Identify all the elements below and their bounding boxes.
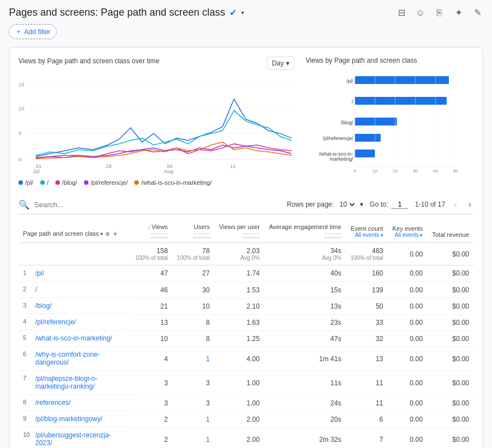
search-input[interactable]: [34, 200, 287, 209]
share-icon[interactable]: ⎘: [434, 7, 445, 18]
add-column-icon[interactable]: +: [113, 229, 118, 238]
svg-rect-20: [355, 76, 449, 84]
cell-vpu-7: 1.00: [214, 395, 264, 411]
add-filter-label: Add filter: [24, 28, 50, 36]
cell-num-path-8: 9 /pl/blog-marketingowy/: [18, 411, 130, 427]
line-chart-svg: 15 10 5 0 21 Jul 28 04 Aug 11: [18, 74, 294, 175]
cell-key-events-8: 0.00: [388, 411, 428, 427]
cell-key-events-2: 0.00: [388, 298, 428, 314]
magic-icon[interactable]: ✦: [453, 7, 464, 18]
table-body: 1 /pl/ 47 27 1.74 40s 160 0.00 $0.00 2 /…: [18, 265, 474, 449]
cell-users-6: 3: [172, 371, 214, 395]
col-path-label: Page path and screen class: [23, 230, 99, 237]
cell-path-8[interactable]: /pl/blog-marketingowy/: [35, 415, 102, 423]
col-header-avg-eng: Average engagement time ⋯⋯⋯: [264, 219, 346, 243]
event-count-dropdown[interactable]: ▾: [381, 232, 383, 238]
data-table: Page path and screen class ▾ ⊕ + ↓ Views…: [18, 219, 474, 448]
svg-text:/blog/: /blog/: [341, 120, 354, 125]
cell-path-4[interactable]: /what-is-sco-in-marketing/: [35, 334, 112, 342]
prev-page-button[interactable]: ‹: [452, 198, 459, 211]
edit-icon[interactable]: ✎: [472, 7, 483, 18]
cell-key-events-0: 0.00: [388, 265, 428, 282]
col-header-revenue: Total revenue: [427, 219, 474, 243]
cell-path-3[interactable]: /pl/referencje/: [35, 318, 76, 326]
cell-users-0: 27: [172, 265, 214, 282]
cell-event-count-6: 11: [346, 371, 388, 395]
cell-revenue-5: $0.00: [427, 347, 474, 371]
col-key-events-label: Key events: [392, 225, 423, 232]
cell-vpu-1: 1.53: [214, 282, 264, 298]
totals-event-count: 483 100% of total: [346, 243, 388, 265]
table-row: 2 / 46 30 1.53 15s 139 0.00 $0.00: [18, 282, 474, 298]
col-views-label: Views: [152, 223, 168, 230]
emoji-icon[interactable]: ☺: [415, 7, 426, 18]
col-vpu-subtext: ⋯⋯⋯: [243, 231, 260, 238]
event-count-filter[interactable]: All events: [355, 232, 379, 238]
filter-icon-path[interactable]: ⊕: [105, 231, 110, 237]
sort-icon-views[interactable]: ↓: [148, 224, 151, 230]
cell-path-0[interactable]: /pl/: [35, 269, 44, 277]
cell-path-6[interactable]: /pl/najlepsze-blogi-o-marketingu-ranking…: [35, 375, 126, 390]
svg-text:/: /: [352, 99, 353, 105]
row-num-1: 2: [23, 286, 31, 292]
next-page-button[interactable]: ›: [466, 198, 474, 211]
svg-text:10: 10: [18, 106, 24, 111]
compare-icon[interactable]: ⊟: [396, 7, 407, 18]
table-row: 3 /blog/ 21 10 2.10 13s 50 0.00 $0.00: [18, 298, 474, 314]
legend-label-referencje: /pl/referencje/: [91, 179, 128, 186]
cell-users-7: 3: [172, 395, 214, 411]
cell-path-5[interactable]: /why-is-comfort-zone-dangerous/: [35, 351, 126, 366]
table-row: 9 /pl/blog-marketingowy/ 2 1 2.00 20s 6 …: [18, 411, 474, 427]
sort-icon-path[interactable]: ▾: [100, 231, 103, 237]
cell-key-events-1: 0.00: [388, 282, 428, 298]
svg-text:50: 50: [453, 169, 458, 174]
cell-num-path-5: 6 /why-is-comfort-zone-dangerous/: [18, 347, 130, 371]
cell-avg-eng-7: 24s: [264, 395, 346, 411]
page-range: 1-10 of 17: [415, 200, 445, 208]
cell-vpu-4: 1.25: [214, 330, 264, 347]
cell-path-1[interactable]: /: [35, 286, 37, 293]
cell-avg-eng-6: 11s: [264, 371, 346, 395]
cell-revenue-4: $0.00: [427, 330, 474, 347]
key-events-dropdown[interactable]: ▾: [420, 232, 423, 238]
rows-per-page-label: Rows per page:: [287, 200, 334, 208]
legend-dot-blog: [55, 180, 60, 185]
key-events-filter[interactable]: All events: [395, 232, 419, 238]
svg-rect-23: [355, 134, 381, 142]
bar-chart-title: Views by Page path and screen class: [306, 57, 474, 64]
legend-item-what-is-sco: /what-is-sco-in-marketing/: [134, 179, 212, 186]
table-row: 4 /pl/referencje/ 13 8 1.63 23s 33 0.00 …: [18, 314, 474, 330]
row-num-9: 10: [23, 431, 31, 438]
cell-avg-eng-8: 20s: [264, 411, 346, 427]
cell-num-path-4: 5 /what-is-sco-in-marketing/: [18, 330, 130, 347]
table-row: 7 /pl/najlepsze-blogi-o-marketingu-ranki…: [18, 371, 474, 395]
cell-path-9[interactable]: /pl/ubersuggest-recenzja-2023/: [35, 431, 126, 447]
cell-avg-eng-5: 1m 41s: [264, 347, 346, 371]
add-filter-button[interactable]: ＋ Add filter: [9, 24, 57, 39]
cell-event-count-1: 139: [346, 282, 388, 298]
search-box[interactable]: 🔍: [18, 199, 287, 210]
cell-views-6: 3: [130, 371, 172, 395]
cell-path-7[interactable]: /references/: [35, 399, 71, 407]
go-to-control: Go to:: [370, 200, 409, 209]
cell-path-2[interactable]: /blog/: [35, 302, 51, 310]
cell-views-9: 2: [130, 427, 172, 448]
legend-item-referencje: /pl/referencje/: [84, 179, 128, 186]
svg-text:Jul: Jul: [33, 169, 40, 174]
rows-per-page-select[interactable]: 10 25 50: [338, 200, 357, 209]
go-to-input[interactable]: [391, 200, 408, 209]
title-dropdown-icon[interactable]: ▾: [241, 10, 244, 16]
day-selector[interactable]: Day ▾: [267, 57, 294, 70]
cell-vpu-2: 2.10: [214, 298, 264, 314]
row-num-0: 1: [23, 269, 31, 276]
go-to-label: Go to:: [370, 200, 388, 208]
cell-avg-eng-2: 13s: [264, 298, 346, 314]
svg-text:/pl/: /pl/: [346, 78, 354, 84]
totals-row: 158 100% of total 78 100% of total 2.03 …: [18, 243, 474, 265]
row-num-2: 3: [23, 302, 31, 309]
totals-users: 78 100% of total: [172, 243, 214, 265]
cell-key-events-5: 0.00: [388, 347, 428, 371]
legend-item-pl: /pl/: [18, 179, 34, 186]
cell-num-path-1: 2 /: [18, 282, 130, 298]
cell-revenue-3: $0.00: [427, 314, 474, 330]
